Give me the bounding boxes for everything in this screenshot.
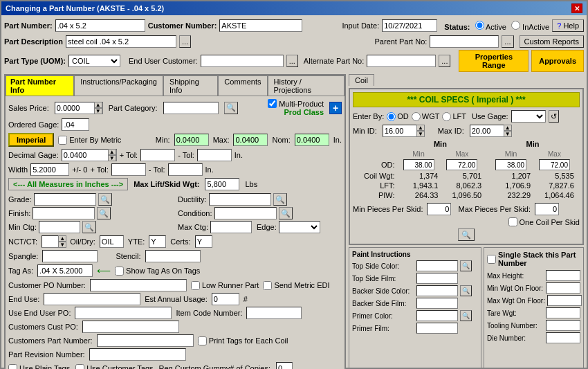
tooling-number-input[interactable]	[546, 320, 580, 331]
status-inactive-label[interactable]: InActive	[511, 23, 549, 31]
help-button[interactable]: ? Help	[552, 19, 584, 32]
nct-ct-down-button[interactable]: ▼	[58, 242, 66, 248]
max-input[interactable]	[233, 134, 268, 146]
parent-part-browse-button[interactable]: ...	[502, 35, 513, 48]
enter-by-metric-checkbox[interactable]	[58, 136, 67, 145]
use-plain-tags-checkbox[interactable]	[8, 364, 17, 370]
close-button[interactable]: ✕	[571, 3, 582, 13]
nom-input[interactable]	[295, 134, 329, 146]
tare-wgt-input[interactable]	[546, 307, 580, 318]
status-active-label[interactable]: Active	[475, 23, 508, 31]
customers-parts-input[interactable]	[97, 334, 194, 347]
ductility-input[interactable]	[209, 193, 271, 206]
part-number-input[interactable]	[55, 19, 145, 32]
add-button[interactable]: +	[329, 102, 342, 114]
ductility-browse-button[interactable]: 🔍	[273, 193, 287, 206]
od-min-input[interactable]	[403, 159, 434, 170]
od-radio[interactable]	[387, 112, 396, 121]
part-revision-input[interactable]	[89, 348, 186, 361]
spangle-input[interactable]	[42, 250, 98, 262]
max-height-input[interactable]	[546, 270, 580, 281]
part-category-input[interactable]	[163, 102, 219, 114]
single-stack-label[interactable]: Single Stack this Part Number	[487, 251, 580, 267]
sales-price-up-button[interactable]: ▲	[94, 102, 102, 108]
wgt-radio[interactable]	[412, 112, 421, 121]
nct-ct-input[interactable]	[42, 236, 58, 247]
plus-tol1-input[interactable]	[140, 149, 175, 161]
grade-browse-button[interactable]: 🔍	[98, 193, 112, 206]
max-ctg-input[interactable]	[210, 221, 252, 233]
minus-tol2-input[interactable]	[168, 163, 203, 176]
end-user-input[interactable]	[201, 55, 284, 67]
finish-input[interactable]	[33, 207, 95, 219]
primer-color-input[interactable]	[416, 310, 458, 321]
one-coil-label[interactable]: One Coil Per Skid	[508, 217, 580, 226]
nct-ct-up-button[interactable]: ▲	[58, 235, 66, 242]
send-metric-label[interactable]: Send Metric EDI	[263, 281, 329, 290]
tab-instructions[interactable]: Instructions/Packaging	[74, 75, 163, 96]
min-id-input[interactable]	[383, 125, 416, 136]
part-category-browse-button[interactable]: 🔍	[224, 102, 238, 114]
alternate-part-browse-button[interactable]: ...	[439, 55, 450, 67]
coil-tab[interactable]: Coil	[349, 74, 374, 86]
print-tags-checkbox[interactable]	[198, 336, 207, 345]
backer-side-color-input[interactable]	[416, 285, 458, 296]
certs-input[interactable]	[195, 235, 212, 248]
enter-by-metric-label[interactable]: Enter By Metric	[58, 136, 121, 145]
use-customer-tags-label[interactable]: Use Customer Tags	[75, 364, 153, 370]
od-min2-input[interactable]	[495, 159, 526, 170]
all-measures-button[interactable]: <--- All Measures in Inches --->	[8, 178, 128, 190]
ordered-gage-input[interactable]	[62, 118, 89, 131]
condition-browse-button[interactable]: 🔍	[279, 207, 293, 219]
edge-select[interactable]	[279, 221, 320, 233]
width-input[interactable]	[30, 163, 69, 176]
parent-part-input[interactable]	[430, 35, 499, 48]
min-id-down-button[interactable]: ▼	[416, 131, 425, 137]
imperial-button[interactable]: Imperial	[8, 133, 54, 147]
sales-price-down-button[interactable]: ▼	[94, 108, 102, 114]
sales-price-input[interactable]	[55, 102, 94, 114]
customer-po-input[interactable]	[90, 279, 187, 291]
decimal-gage-input[interactable]	[62, 150, 108, 161]
send-metric-checkbox[interactable]	[263, 281, 272, 290]
tab-comments[interactable]: Comments	[218, 75, 267, 96]
part-type-select[interactable]: COIL	[68, 55, 120, 67]
use-gage-refresh-button[interactable]: ↺	[549, 110, 559, 123]
min-ctg-input[interactable]	[39, 221, 80, 233]
wgt-radio-label[interactable]: WGT	[412, 112, 440, 121]
approvals-button[interactable]: Approvals	[531, 50, 584, 72]
multi-product-checkbox[interactable]	[268, 99, 277, 108]
max-lift-input[interactable]	[205, 178, 239, 190]
properties-range-button[interactable]: Properties Range	[459, 50, 529, 72]
top-side-color-input[interactable]	[416, 260, 458, 271]
stencil-input[interactable]	[145, 250, 201, 262]
grade-input[interactable]	[34, 193, 96, 206]
use-customer-tags-checkbox[interactable]	[75, 364, 84, 370]
primer-color-browse-button[interactable]: 🔍	[460, 310, 472, 321]
use-plain-tags-label[interactable]: Use Plain Tags	[8, 364, 70, 370]
yte-input[interactable]	[149, 235, 166, 248]
customers-cust-po-input[interactable]	[82, 321, 179, 333]
backer-side-film-input[interactable]	[416, 298, 458, 309]
use-gage-select[interactable]	[511, 110, 546, 123]
coil-browse-button[interactable]: 🔍	[458, 228, 475, 241]
est-annual-input[interactable]	[212, 293, 239, 305]
decimal-gage-up-button[interactable]: ▲	[108, 149, 116, 155]
condition-input[interactable]	[214, 207, 277, 219]
status-active-radio[interactable]	[475, 21, 484, 30]
max-wgt-floor-input[interactable]	[547, 295, 582, 306]
copies-input[interactable]	[276, 362, 293, 369]
lft-radio[interactable]	[442, 112, 451, 121]
min-input[interactable]	[174, 134, 209, 146]
print-tags-label[interactable]: Print Tags for Each Coil	[198, 336, 288, 345]
custom-reports-button[interactable]: Custom Reports	[520, 35, 584, 48]
die-number-input[interactable]	[546, 332, 580, 343]
alternate-part-input[interactable]	[367, 55, 436, 67]
tab-history[interactable]: History / Projections	[268, 75, 344, 96]
max-id-down-button[interactable]: ▼	[504, 131, 512, 137]
part-desc-browse-button[interactable]: ...	[179, 35, 191, 48]
primer-film-input[interactable]	[416, 323, 458, 334]
decimal-gage-down-button[interactable]: ▼	[108, 155, 116, 161]
part-description-input[interactable]	[66, 35, 176, 48]
top-side-film-input[interactable]	[416, 273, 458, 284]
